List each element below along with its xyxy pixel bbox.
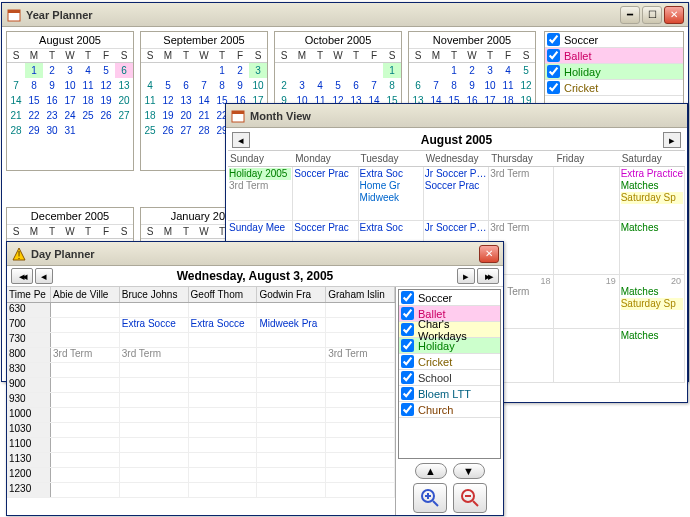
day-slot[interactable] [120, 408, 189, 422]
day-slot[interactable] [257, 333, 326, 347]
resource-column[interactable]: Godwin Fra [257, 287, 326, 302]
day-slot[interactable] [189, 393, 258, 407]
day-cell[interactable]: 26 [97, 108, 115, 123]
day-cell[interactable]: 27 [115, 108, 133, 123]
day-cell[interactable]: 9 [231, 78, 249, 93]
day-cell[interactable]: 21 [7, 108, 25, 123]
day-slot[interactable] [326, 423, 395, 437]
category-row[interactable]: Church [399, 402, 500, 418]
day-cell[interactable]: 4 [499, 63, 517, 78]
day-cell[interactable]: 16 [43, 93, 61, 108]
resource-column[interactable]: Geoff Thom [189, 287, 258, 302]
day-slot[interactable] [51, 333, 120, 347]
category-row[interactable]: School [399, 370, 500, 386]
day-cell[interactable]: 9 [43, 78, 61, 93]
day-cell[interactable]: 15 [25, 93, 43, 108]
day-cell[interactable]: 10 [481, 78, 499, 93]
day-cell[interactable]: 8 [213, 78, 231, 93]
day-slot[interactable] [120, 378, 189, 392]
day-slot[interactable] [257, 423, 326, 437]
day-slot[interactable] [326, 378, 395, 392]
day-cell[interactable]: 17 [61, 93, 79, 108]
day-cell[interactable]: 3 [481, 63, 499, 78]
day-cell[interactable]: 7 [365, 78, 383, 93]
day-cell[interactable]: 6 [409, 78, 427, 93]
day-cell[interactable]: 10 [249, 78, 267, 93]
day-cell[interactable]: 19 [159, 108, 177, 123]
mini-month[interactable]: August 2005SMTWTFS1234567891011121314151… [6, 31, 134, 171]
day-slot[interactable] [257, 483, 326, 497]
day-cell[interactable]: 11 [79, 78, 97, 93]
month-cell[interactable] [554, 221, 619, 275]
day-slot[interactable] [326, 333, 395, 347]
day-slot[interactable]: 3rd Term [326, 348, 395, 362]
day-cell[interactable]: 13 [177, 93, 195, 108]
day-slot[interactable] [51, 363, 120, 377]
month-view-titlebar[interactable]: Month View [226, 104, 687, 128]
next-month-button[interactable]: ▸ [663, 132, 681, 148]
scroll-up-button[interactable]: ▲ [415, 463, 447, 479]
prev-fast-button[interactable]: ◂◂ [11, 268, 33, 284]
day-slot[interactable] [51, 318, 120, 332]
day-slot[interactable] [120, 333, 189, 347]
category-row[interactable]: Soccer [545, 32, 683, 48]
day-cell[interactable]: 2 [463, 63, 481, 78]
category-checkbox[interactable] [547, 81, 560, 94]
day-cell[interactable]: 31 [61, 123, 79, 138]
day-cell[interactable]: 18 [141, 108, 159, 123]
day-slot[interactable] [51, 423, 120, 437]
day-slot[interactable]: 3rd Term [120, 348, 189, 362]
day-cell[interactable]: 10 [61, 78, 79, 93]
day-cell[interactable]: 22 [25, 108, 43, 123]
resource-column[interactable]: Abie de Ville [51, 287, 120, 302]
event-item[interactable]: Midweek [360, 192, 422, 204]
day-cell[interactable]: 6 [177, 78, 195, 93]
day-cell[interactable]: 13 [115, 78, 133, 93]
event-item[interactable]: Soccer Prac [294, 168, 356, 180]
day-cell[interactable]: 21 [195, 108, 213, 123]
event-item[interactable]: Soccer Prac [294, 222, 356, 234]
category-checkbox[interactable] [401, 323, 414, 336]
category-row[interactable]: Soccer [399, 290, 500, 306]
day-cell[interactable]: 4 [311, 78, 329, 93]
day-slot[interactable] [189, 303, 258, 317]
day-cell[interactable]: 20 [177, 108, 195, 123]
day-cell[interactable]: 4 [141, 78, 159, 93]
event-item[interactable]: Holiday 2005 [229, 168, 291, 180]
resource-column[interactable]: Bruce Johns [120, 287, 189, 302]
day-cell[interactable]: 19 [97, 93, 115, 108]
day-cell[interactable]: 28 [195, 123, 213, 138]
day-cell[interactable]: 29 [25, 123, 43, 138]
category-row[interactable]: Ballet [545, 48, 683, 64]
prev-month-button[interactable]: ◂ [232, 132, 250, 148]
close-button[interactable]: ✕ [664, 6, 684, 24]
day-slot[interactable] [51, 453, 120, 467]
event-item[interactable]: 3rd Term [490, 168, 552, 180]
event-item[interactable]: Matches [621, 222, 683, 234]
category-checkbox[interactable] [401, 403, 414, 416]
category-row[interactable]: Bloem LTT [399, 386, 500, 402]
day-cell[interactable]: 4 [79, 63, 97, 78]
day-cell[interactable]: 5 [97, 63, 115, 78]
minimize-button[interactable]: ━ [620, 6, 640, 24]
category-checkbox[interactable] [401, 307, 414, 320]
day-slot[interactable] [120, 453, 189, 467]
day-slot[interactable]: Extra Socce [189, 318, 258, 332]
day-slot[interactable] [189, 348, 258, 362]
day-slot[interactable] [326, 303, 395, 317]
day-slot[interactable] [257, 453, 326, 467]
day-cell[interactable]: 12 [159, 93, 177, 108]
day-slot[interactable] [120, 363, 189, 377]
zoom-in-button[interactable] [413, 483, 447, 513]
day-slot[interactable] [326, 363, 395, 377]
day-slot[interactable] [51, 393, 120, 407]
month-cell[interactable]: Extra SocHome GrMidweek [359, 167, 424, 221]
day-slot[interactable] [326, 483, 395, 497]
day-slot[interactable] [189, 408, 258, 422]
day-cell[interactable]: 6 [347, 78, 365, 93]
category-checkbox[interactable] [401, 355, 414, 368]
day-slot[interactable] [326, 438, 395, 452]
day-slot[interactable] [120, 483, 189, 497]
month-cell[interactable]: Soccer Prac [293, 167, 358, 221]
day-cell[interactable]: 2 [275, 78, 293, 93]
